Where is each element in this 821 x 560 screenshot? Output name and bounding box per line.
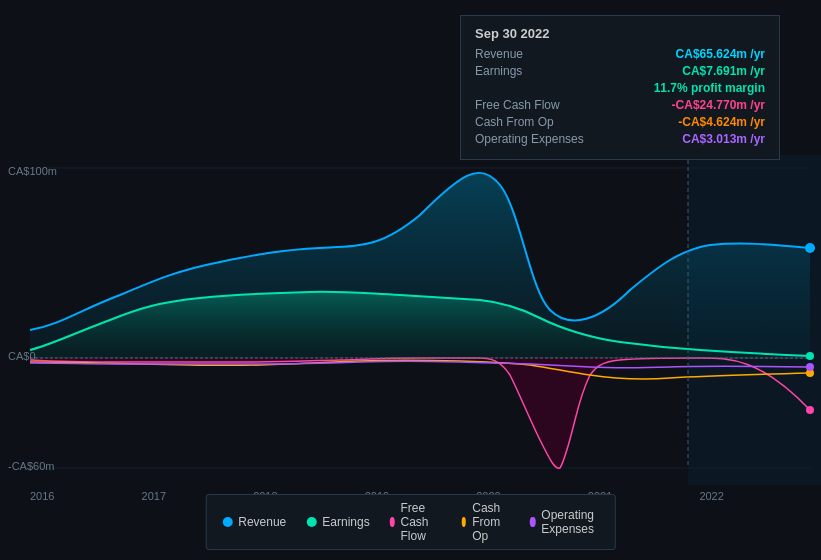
tooltip-cashop-row: Cash From Op -CA$4.624m /yr xyxy=(475,115,765,129)
legend-cashop-label: Cash From Op xyxy=(472,501,510,543)
legend-opex[interactable]: Operating Expenses xyxy=(530,508,599,536)
legend-earnings-label: Earnings xyxy=(322,515,369,529)
tooltip-cashop-label: Cash From Op xyxy=(475,115,585,129)
legend-revenue-dot xyxy=(222,517,232,527)
legend-fcf-dot xyxy=(390,517,395,527)
tooltip-opex-row: Operating Expenses CA$3.013m /yr xyxy=(475,132,765,146)
svg-point-8 xyxy=(806,363,814,371)
y-label-bottom: -CA$60m xyxy=(8,460,54,472)
legend-opex-label: Operating Expenses xyxy=(541,508,598,536)
legend-cashop[interactable]: Cash From Op xyxy=(461,501,510,543)
tooltip-box: Sep 30 2022 Revenue CA$65.624m /yr Earni… xyxy=(460,15,780,160)
tooltip-fcf-value: -CA$24.770m /yr xyxy=(672,98,765,112)
tooltip-opex-value: CA$3.013m /yr xyxy=(682,132,765,146)
svg-point-5 xyxy=(806,352,814,360)
legend-cashop-dot xyxy=(461,517,466,527)
tooltip-revenue-row: Revenue CA$65.624m /yr xyxy=(475,47,765,61)
legend-revenue-label: Revenue xyxy=(238,515,286,529)
tooltip-margin-value: 11.7% profit margin xyxy=(654,81,765,95)
legend: Revenue Earnings Free Cash Flow Cash Fro… xyxy=(205,494,616,550)
y-label-top: CA$100m xyxy=(8,165,57,177)
tooltip-earnings-label: Earnings xyxy=(475,64,585,78)
tooltip-date: Sep 30 2022 xyxy=(475,26,765,41)
tooltip-fcf-row: Free Cash Flow -CA$24.770m /yr xyxy=(475,98,765,112)
legend-earnings[interactable]: Earnings xyxy=(306,515,369,529)
tooltip-fcf-label: Free Cash Flow xyxy=(475,98,585,112)
svg-point-4 xyxy=(805,243,815,253)
tooltip-earnings-row: Earnings CA$7.691m /yr xyxy=(475,64,765,78)
tooltip-revenue-label: Revenue xyxy=(475,47,585,61)
legend-opex-dot xyxy=(530,517,535,527)
y-label-zero: CA$0 xyxy=(8,350,36,362)
svg-point-6 xyxy=(806,406,814,414)
tooltip-cashop-value: -CA$4.624m /yr xyxy=(678,115,765,129)
legend-revenue[interactable]: Revenue xyxy=(222,515,286,529)
x-label-2022: 2022 xyxy=(699,490,723,502)
tooltip-earnings-value: CA$7.691m /yr xyxy=(682,64,765,78)
x-label-2017: 2017 xyxy=(142,490,166,502)
tooltip-margin-row: 11.7% profit margin xyxy=(475,81,765,95)
chart-container: CA$100m CA$0 -CA$60m 2016 2017 2018 2019… xyxy=(0,0,821,560)
legend-fcf[interactable]: Free Cash Flow xyxy=(390,501,442,543)
legend-fcf-label: Free Cash Flow xyxy=(401,501,442,543)
legend-earnings-dot xyxy=(306,517,316,527)
tooltip-revenue-value: CA$65.624m /yr xyxy=(676,47,765,61)
x-label-2016: 2016 xyxy=(30,490,54,502)
tooltip-opex-label: Operating Expenses xyxy=(475,132,585,146)
